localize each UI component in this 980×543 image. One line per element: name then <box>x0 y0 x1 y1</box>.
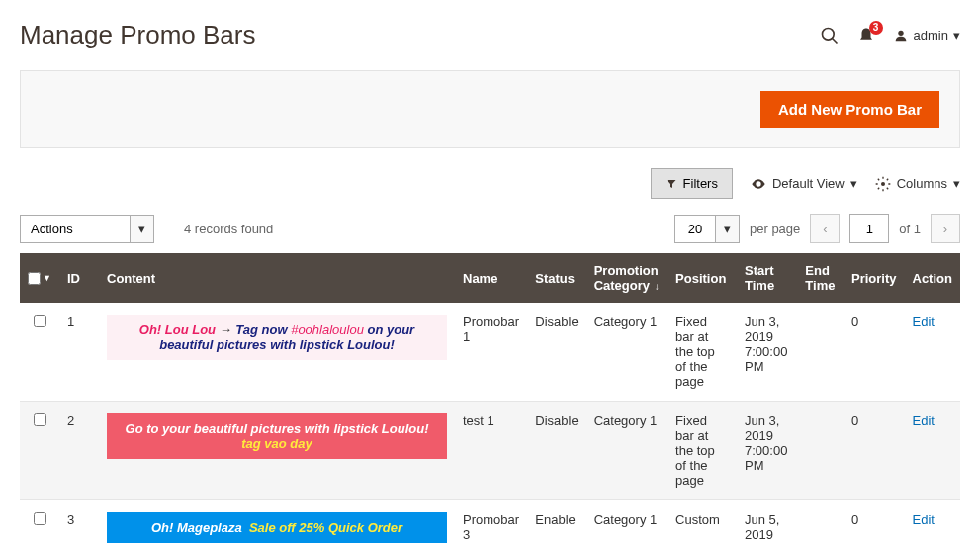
th-priority[interactable]: Priority <box>844 253 905 303</box>
table-row[interactable]: 2Go to your beautiful pictures with lips… <box>20 402 960 500</box>
search-icon[interactable] <box>820 26 840 45</box>
row-action[interactable]: Edit <box>905 303 961 402</box>
row-content: Oh! Mageplaza Sale off 25% Quick Order <box>99 500 455 544</box>
svg-line-1 <box>832 38 837 43</box>
row-category: Category 1 <box>586 500 668 544</box>
filters-button[interactable]: Filters <box>651 168 733 199</box>
prev-page-button[interactable]: ‹ <box>810 214 840 243</box>
th-name[interactable]: Name <box>455 253 527 303</box>
row-end-time <box>797 303 844 402</box>
columns-button[interactable]: Columns ▾ <box>875 176 960 192</box>
promo-bars-table: ▼ ID Content Name Status Promotion Categ… <box>20 253 960 543</box>
row-start-time: Jun 5, 2019 7:00:00 PM <box>737 500 797 544</box>
row-action[interactable]: Edit <box>905 500 961 544</box>
per-page-select[interactable]: ▾ <box>674 215 740 243</box>
page-title: Manage Promo Bars <box>20 20 255 50</box>
table-row[interactable]: 1Oh! Lou Lou → Tag now #oohlaloulou on y… <box>20 303 960 402</box>
row-name: Promobar 3 <box>455 500 527 544</box>
row-content: Oh! Lou Lou → Tag now #oohlaloulou on yo… <box>99 303 455 402</box>
edit-link: Edit <box>913 512 935 527</box>
row-position: Fixed bar at the top of the page <box>668 303 737 402</box>
th-end-time[interactable]: End Time <box>797 253 844 303</box>
edit-link: Edit <box>913 413 935 428</box>
admin-label: admin <box>914 28 948 43</box>
row-checkbox[interactable] <box>20 500 59 544</box>
next-page-button[interactable]: › <box>931 214 960 243</box>
row-position: Fixed bar at the top of the page <box>668 402 737 500</box>
row-status: Disable <box>527 303 585 402</box>
sort-down-icon: ↓ <box>652 281 660 292</box>
default-view-label: Default View <box>772 176 845 191</box>
row-category: Category 1 <box>586 402 668 500</box>
columns-label: Columns <box>897 176 947 191</box>
row-name: Promobar 1 <box>455 303 527 402</box>
notification-count: 3 <box>869 21 883 35</box>
notifications-icon[interactable]: 3 <box>857 27 875 45</box>
chevron-down-icon: ▾ <box>953 176 960 191</box>
row-priority: 0 <box>844 402 905 500</box>
row-start-time: Jun 3, 2019 7:00:00 PM <box>737 303 797 402</box>
row-checkbox[interactable] <box>20 303 59 402</box>
gear-icon <box>875 176 891 192</box>
per-page-label: per page <box>750 222 800 236</box>
chevron-down-icon: ▾ <box>130 216 153 242</box>
row-status: Disable <box>527 402 585 500</box>
row-id: 3 <box>59 500 99 544</box>
th-id[interactable]: ID <box>59 253 99 303</box>
records-found: 4 records found <box>184 222 273 236</box>
current-page-input[interactable] <box>849 214 889 243</box>
th-start-time[interactable]: Start Time <box>737 253 797 303</box>
svg-point-3 <box>881 182 885 186</box>
row-end-time <box>797 402 844 500</box>
filters-label: Filters <box>683 176 718 191</box>
svg-point-2 <box>898 30 903 35</box>
of-pages: of 1 <box>899 222 921 236</box>
chevron-down-icon: ▾ <box>850 176 857 191</box>
eye-icon <box>751 176 766 192</box>
row-id: 1 <box>59 303 99 402</box>
row-content: Go to your beautiful pictures with lipst… <box>99 402 455 500</box>
chevron-down-icon: ▾ <box>953 28 960 43</box>
row-position: Custom <box>668 500 737 544</box>
th-status[interactable]: Status <box>527 253 585 303</box>
actions-dropdown[interactable]: Actions ▾ <box>20 215 154 243</box>
row-id: 2 <box>59 402 99 500</box>
row-end-time <box>797 500 844 544</box>
row-priority: 0 <box>844 303 905 402</box>
th-promotion-category[interactable]: Promotion Category ↓ <box>586 253 668 303</box>
th-action[interactable]: Action <box>905 253 961 303</box>
edit-link: Edit <box>913 315 935 329</box>
row-checkbox[interactable] <box>20 402 59 500</box>
filter-icon <box>666 178 677 190</box>
th-content[interactable]: Content <box>99 253 455 303</box>
row-status: Enable <box>527 500 585 544</box>
table-row[interactable]: 3Oh! Mageplaza Sale off 25% Quick OrderP… <box>20 500 960 544</box>
row-priority: 0 <box>844 500 905 544</box>
per-page-input[interactable] <box>675 216 715 242</box>
chevron-down-icon[interactable]: ▾ <box>715 216 739 242</box>
row-category: Category 1 <box>586 303 668 402</box>
row-action[interactable]: Edit <box>905 402 961 500</box>
row-start-time: Jun 3, 2019 7:00:00 PM <box>737 402 797 500</box>
admin-menu[interactable]: admin ▾ <box>893 28 960 44</box>
add-new-promo-bar-button[interactable]: Add New Promo Bar <box>760 91 939 128</box>
th-select-all[interactable]: ▼ <box>20 253 59 303</box>
default-view-button[interactable]: Default View ▾ <box>751 176 857 192</box>
svg-point-0 <box>822 28 834 40</box>
th-position[interactable]: Position <box>668 253 737 303</box>
row-name: test 1 <box>455 402 527 500</box>
